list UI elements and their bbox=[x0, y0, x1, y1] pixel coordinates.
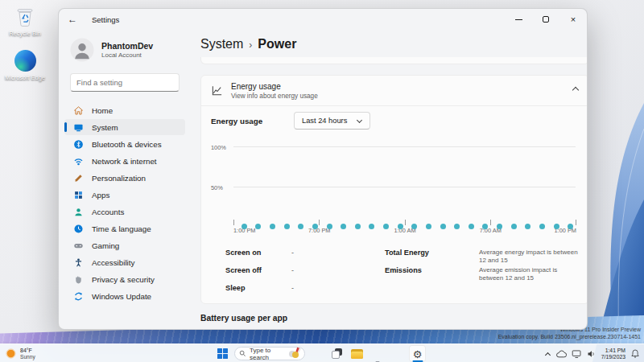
desktop-icon-recycle-bin[interactable]: Recycle Bin bbox=[2, 5, 48, 38]
find-a-setting-box[interactable] bbox=[70, 73, 180, 92]
start-button[interactable] bbox=[214, 345, 231, 362]
sun-icon bbox=[6, 348, 16, 359]
data-point[interactable] bbox=[242, 224, 247, 229]
data-point[interactable] bbox=[469, 224, 474, 229]
weather-temp: 84°F bbox=[20, 348, 35, 354]
x-axis-tick: 1:00 PM bbox=[233, 220, 234, 225]
sidebar-item-network-internet[interactable]: Network & internet bbox=[64, 153, 185, 169]
sidebar-item-label: Windows Update bbox=[92, 292, 151, 301]
sidebar-item-bluetooth-devices[interactable]: Bluetooth & devices bbox=[64, 136, 185, 152]
data-point[interactable] bbox=[369, 224, 374, 229]
data-point[interactable] bbox=[327, 224, 332, 229]
taskbar-edge-button[interactable] bbox=[369, 345, 386, 362]
minimize-button[interactable] bbox=[505, 9, 532, 30]
taskbar-search[interactable]: Type to search bbox=[234, 347, 305, 360]
data-point[interactable] bbox=[355, 224, 361, 229]
sidebar-item-system[interactable]: System bbox=[64, 119, 185, 135]
chevron-down-icon bbox=[357, 118, 362, 123]
energy-stats: Screen on-Screen off-Sleep- Total Energy… bbox=[225, 249, 579, 302]
scrolled-card-edge bbox=[200, 57, 588, 64]
sidebar-item-label: Bluetooth & devices bbox=[92, 140, 162, 149]
back-button[interactable]: ← bbox=[68, 14, 85, 25]
sidebar-item-windows-update[interactable]: Windows Update bbox=[64, 288, 185, 304]
display-connect-icon[interactable] bbox=[572, 349, 582, 359]
data-point[interactable] bbox=[426, 224, 431, 229]
data-point[interactable] bbox=[270, 224, 275, 229]
taskbar-widgets-app-button[interactable] bbox=[308, 345, 325, 362]
sidebar-item-personalization[interactable]: Personalization bbox=[64, 170, 185, 186]
tray-date: 7/19/2023 bbox=[601, 354, 625, 360]
sidebar-item-home[interactable]: Home bbox=[64, 102, 185, 118]
speaker-icon[interactable] bbox=[587, 349, 597, 359]
desktop-icon-label: Recycle Bin bbox=[2, 31, 48, 38]
tray-chevron-up-icon[interactable] bbox=[545, 352, 551, 357]
sidebar-item-label: Privacy & security bbox=[92, 275, 155, 284]
data-point[interactable] bbox=[411, 224, 417, 229]
close-button[interactable]: × bbox=[559, 9, 587, 30]
energy-usage-label: Energy usage bbox=[211, 117, 294, 125]
user-account[interactable]: PhantomDev Local Account bbox=[70, 38, 191, 62]
taskbar-file-explorer-button[interactable] bbox=[349, 345, 365, 362]
gaming-icon bbox=[73, 241, 84, 251]
data-point[interactable] bbox=[298, 224, 303, 229]
sidebar: PhantomDev Local Account HomeSystemBluet… bbox=[59, 30, 191, 330]
breadcrumb-separator: › bbox=[249, 39, 252, 51]
time-range-dropdown[interactable]: Last 24 hours bbox=[294, 112, 370, 130]
taskbar-store-app-button[interactable] bbox=[389, 345, 406, 362]
sidebar-item-label: Accessibility bbox=[92, 258, 134, 267]
stat-value: Average energy impact is between 12 and … bbox=[479, 249, 579, 265]
taskbar: 84°F Sunny Type to search ⚙ bbox=[0, 343, 644, 362]
sidebar-item-apps[interactable]: Apps bbox=[64, 187, 185, 203]
settings-window: ← Settings × PhantomDev L bbox=[58, 8, 588, 330]
stat-label: Screen on bbox=[225, 249, 291, 257]
sidebar-item-accessibility[interactable]: Accessibility bbox=[64, 254, 185, 270]
stat-label: Emissions bbox=[385, 266, 479, 274]
data-point[interactable] bbox=[568, 224, 573, 229]
x-axis-tick: 7:00 AM bbox=[490, 220, 491, 225]
data-point[interactable] bbox=[284, 224, 290, 229]
sort-dropdown[interactable]: Overall usage bbox=[512, 329, 588, 330]
content-pane: System › Power Energy usage View info ab… bbox=[191, 30, 588, 330]
maximize-button[interactable] bbox=[532, 9, 559, 30]
desktop-icon-edge[interactable]: Microsoft Edge bbox=[2, 49, 48, 82]
breadcrumb-parent[interactable]: System bbox=[200, 37, 243, 51]
taskbar-task-view-button[interactable] bbox=[328, 345, 345, 362]
data-point[interactable] bbox=[255, 224, 261, 229]
onedrive-cloud-icon[interactable] bbox=[555, 349, 567, 359]
data-point[interactable] bbox=[440, 224, 446, 229]
sidebar-item-accounts[interactable]: Accounts bbox=[64, 204, 185, 220]
sidebar-item-gaming[interactable]: Gaming bbox=[64, 237, 185, 253]
sidebar-item-time-language[interactable]: Time & language bbox=[64, 220, 185, 237]
data-point[interactable] bbox=[511, 224, 517, 229]
app-search-box[interactable] bbox=[200, 329, 311, 330]
taskbar-settings-button[interactable]: ⚙ bbox=[409, 345, 426, 362]
stat-row: Sleep- bbox=[225, 284, 385, 302]
data-point[interactable] bbox=[341, 224, 346, 229]
stat-row: EmissionsAverage emission impact is betw… bbox=[385, 266, 579, 284]
task-view-icon bbox=[332, 348, 343, 359]
sidebar-item-privacy-security[interactable]: Privacy & security bbox=[64, 271, 185, 287]
network-icon bbox=[73, 156, 84, 167]
line-chart-icon bbox=[211, 84, 223, 97]
notification-bell-icon[interactable] bbox=[630, 348, 640, 359]
find-a-setting-input[interactable] bbox=[76, 78, 183, 87]
energy-usage-header[interactable]: Energy usage View info about energy usag… bbox=[201, 76, 588, 106]
search-highlight-icon bbox=[289, 348, 300, 359]
gridline-100: 100% bbox=[233, 146, 576, 147]
x-axis-tick: 1:00 PM bbox=[576, 220, 576, 225]
data-point[interactable] bbox=[539, 224, 545, 229]
apps-icon bbox=[73, 190, 84, 200]
stat-label: Total Energy bbox=[385, 249, 479, 257]
weather-widget[interactable]: 84°F Sunny bbox=[6, 344, 35, 362]
desktop-icon-label: Microsoft Edge bbox=[2, 75, 48, 82]
data-point[interactable] bbox=[482, 224, 488, 229]
data-point[interactable] bbox=[525, 224, 530, 229]
data-point[interactable] bbox=[383, 224, 389, 229]
data-point[interactable] bbox=[497, 224, 502, 229]
tray-clock[interactable]: 1:41 PM 7/19/2023 bbox=[601, 348, 625, 360]
data-point[interactable] bbox=[312, 224, 318, 229]
data-point[interactable] bbox=[554, 224, 559, 229]
data-point[interactable] bbox=[454, 224, 460, 229]
data-point[interactable] bbox=[398, 224, 403, 229]
chevron-up-icon[interactable] bbox=[573, 86, 579, 92]
